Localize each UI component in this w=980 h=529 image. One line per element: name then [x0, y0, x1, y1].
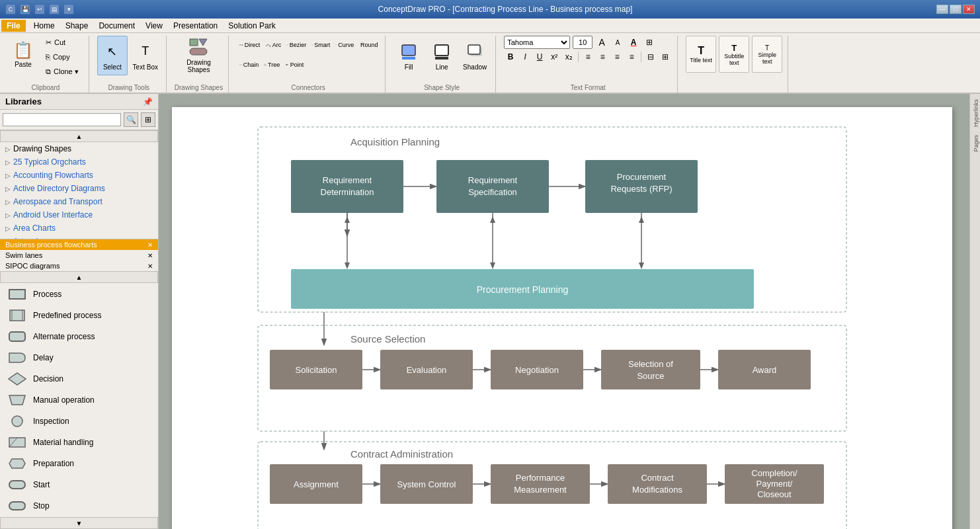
decision-icon	[8, 372, 26, 386]
quick-undo-icon[interactable]: ↩	[34, 4, 45, 15]
align-center-button[interactable]: ≡	[596, 50, 609, 63]
library-area-charts[interactable]: ▷ Area Charts	[0, 222, 158, 235]
library-25-orgcharts[interactable]: ▷ 25 Typical Orgcharts	[0, 155, 158, 169]
cut-button[interactable]: ✂ Cut	[41, 36, 83, 49]
tree-connector-button[interactable]: Tree	[262, 56, 282, 74]
quick-menu-icon[interactable]: ▾	[63, 4, 74, 15]
bezier-label: Bezier	[290, 42, 307, 48]
copy-button[interactable]: ⎘ Copy	[41, 50, 83, 63]
font-size-input[interactable]	[573, 36, 592, 49]
round-connector-button[interactable]: Round	[357, 36, 380, 54]
align-right-button[interactable]: ≡	[610, 50, 624, 63]
active-lib-swim-lanes[interactable]: Swim lanes ✕	[0, 250, 158, 261]
subscript-button[interactable]: x₂	[562, 50, 575, 63]
decrease-font-button[interactable]: A	[611, 36, 624, 49]
library-drawing-shapes[interactable]: ▷ Drawing Shapes	[0, 142, 158, 155]
shape-preparation[interactable]: Preparation	[5, 455, 153, 472]
shape-inspection[interactable]: Inspection	[5, 413, 153, 430]
sidebar-search-input[interactable]	[3, 113, 121, 126]
sel-src-text2: Source	[637, 371, 664, 381]
sidebar-pin-icon[interactable]: 📌	[143, 97, 153, 106]
outdent-button[interactable]: ⊞	[659, 50, 672, 63]
shape-material-handling[interactable]: Material handling	[5, 434, 153, 451]
search-options-button[interactable]: ⊞	[141, 112, 155, 127]
pages-tab[interactable]: Pages	[970, 132, 980, 155]
restore-button[interactable]: □	[950, 5, 961, 14]
arc-connector-button[interactable]: Arc	[263, 36, 283, 54]
subtitle-text-button[interactable]: T Subtitle text	[719, 36, 749, 73]
library-aerospace[interactable]: ▷ Aerospace and Transport	[0, 195, 158, 208]
chain-connector-button[interactable]: Chain	[237, 56, 261, 74]
menu-shape[interactable]: Shape	[60, 20, 94, 32]
sidebar-scroll-up[interactable]: ▲	[0, 130, 158, 142]
diagram-svg: Acquisition Planning Requirement Determi…	[172, 107, 952, 529]
align-left-button[interactable]: ≡	[581, 50, 594, 63]
quick-action-icon[interactable]: ▤	[49, 4, 60, 15]
shape-list: Process Predefined process Alternate pro…	[0, 283, 158, 517]
select-button[interactable]: ↖ Select	[97, 36, 128, 75]
curve-connector-button[interactable]: Curve	[333, 36, 356, 54]
drawing-shapes-label: Drawing Shapes	[185, 59, 212, 73]
menu-document[interactable]: Document	[93, 20, 140, 32]
superscript-button[interactable]: x²	[548, 50, 561, 63]
underline-button[interactable]: U	[533, 50, 546, 63]
library-accounting[interactable]: ▷ Accounting Flowcharts	[0, 169, 158, 182]
font-selector[interactable]: Tahoma	[504, 36, 570, 49]
shape-alternate-process[interactable]: Alternate process	[5, 328, 153, 345]
direct-connector-button[interactable]: Direct	[237, 36, 262, 54]
point-label: Point	[290, 61, 304, 68]
font-color-button[interactable]: A	[627, 36, 640, 49]
textbox-button[interactable]: T Text Box	[130, 36, 161, 75]
active-lib-sipoc[interactable]: SIPOC diagrams ✕	[0, 261, 158, 271]
library-android[interactable]: ▷ Android User Interface	[0, 208, 158, 222]
active-lib-business-process[interactable]: Business process flowcharts ✕	[0, 239, 158, 250]
close-button[interactable]: ✕	[963, 5, 975, 14]
shape-start[interactable]: Start	[5, 476, 153, 493]
simple-text-button[interactable]: T Simple text	[752, 36, 782, 73]
shapes-scroll-up[interactable]: ▲	[0, 271, 158, 283]
close-lib-icon[interactable]: ✕	[147, 241, 153, 249]
shape-stop[interactable]: Stop	[5, 497, 153, 514]
sidebar-scroll-down[interactable]: ▼	[0, 517, 158, 529]
fill-button[interactable]: Fill	[393, 36, 424, 75]
canvas-area[interactable]: Hyperlinks Pages Acquisition Planning Re…	[159, 94, 980, 529]
drawing-shapes-button[interactable]: Drawing Shapes	[183, 36, 214, 75]
menu-presentation[interactable]: Presentation	[168, 20, 223, 32]
close-lib-icon[interactable]: ✕	[147, 252, 153, 259]
title-text-button[interactable]: T Title text	[686, 36, 716, 73]
shape-delay[interactable]: Delay	[5, 349, 153, 366]
hyperlink-tab[interactable]: Hyperlinks	[970, 97, 980, 130]
line-button[interactable]: Line	[427, 36, 457, 75]
text-style-content: T Title text T Subtitle text T Simple te…	[686, 36, 782, 89]
more-font-button[interactable]: ⊞	[643, 36, 656, 49]
shape-manual-operation[interactable]: Manual operation	[5, 391, 153, 409]
point-connector-button[interactable]: Point	[283, 56, 306, 74]
shape-predefined-process[interactable]: Predefined process	[5, 307, 153, 324]
window-controls[interactable]: — □ ✕	[936, 5, 975, 14]
proc-req-text1: Procurement	[617, 172, 667, 182]
smart-connector-button[interactable]: Smart	[309, 36, 332, 54]
italic-button[interactable]: I	[518, 50, 532, 63]
menu-home[interactable]: Home	[28, 20, 60, 32]
menu-solution-park[interactable]: Solution Park	[223, 20, 280, 32]
shape-decision[interactable]: Decision	[5, 370, 153, 387]
chain-label: Chain	[243, 61, 259, 68]
search-button[interactable]: 🔍	[124, 112, 138, 127]
paste-button[interactable]: 📋 Paste	[8, 36, 38, 73]
shape-name: Manual operation	[33, 395, 95, 405]
menu-file[interactable]: File	[1, 20, 26, 32]
ribbon-group-connectors: Direct Arc Bezier Smart	[231, 36, 386, 93]
bold-button[interactable]: B	[504, 50, 517, 63]
close-lib-icon[interactable]: ✕	[147, 263, 153, 270]
increase-font-button[interactable]: A	[595, 36, 608, 49]
minimize-button[interactable]: —	[936, 5, 948, 14]
clone-button[interactable]: ⧉ Clone ▾	[41, 65, 83, 78]
quick-save-icon[interactable]: 💾	[20, 4, 30, 15]
menu-view[interactable]: View	[140, 20, 168, 32]
shadow-button[interactable]: Shadow	[460, 36, 490, 75]
library-active-directory[interactable]: ▷ Active Directory Diagrams	[0, 182, 158, 195]
justify-button[interactable]: ≡	[625, 50, 638, 63]
indent-button[interactable]: ⊟	[644, 50, 657, 63]
bezier-connector-button[interactable]: Bezier	[284, 36, 308, 54]
shape-process[interactable]: Process	[5, 286, 153, 303]
